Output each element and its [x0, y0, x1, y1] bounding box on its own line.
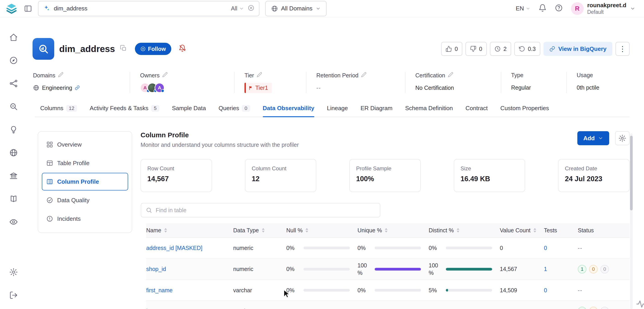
- language-selector[interactable]: EN: [516, 5, 530, 12]
- sidebar-toggle-icon[interactable]: [24, 5, 32, 13]
- table-icon: [46, 160, 53, 166]
- tab-data-observability[interactable]: Data Observability: [263, 105, 314, 117]
- col-header-value-count[interactable]: Value Count: [500, 227, 544, 234]
- explore-compass-icon[interactable]: [9, 56, 18, 65]
- edit-pencil-icon[interactable]: [257, 72, 262, 79]
- domains-globe-icon[interactable]: [9, 148, 18, 157]
- lineage-graph-icon[interactable]: [9, 79, 18, 88]
- downvote-button[interactable]: 0: [466, 42, 487, 56]
- edit-pencil-icon[interactable]: [361, 72, 366, 79]
- menu-item-data-quality[interactable]: Data Quality: [42, 191, 128, 209]
- user-menu[interactable]: R rounakpreet.d Default: [571, 2, 636, 15]
- col-header-name[interactable]: Name: [146, 227, 233, 234]
- upvote-button[interactable]: 0: [441, 42, 462, 56]
- app-logo[interactable]: [5, 2, 18, 15]
- column-name-link[interactable]: address_id [MASKED]: [146, 245, 202, 251]
- tests-count-link[interactable]: 1: [544, 266, 547, 272]
- tab-lineage[interactable]: Lineage: [327, 105, 348, 117]
- link-icon: [75, 85, 80, 90]
- add-button[interactable]: Add: [577, 131, 609, 145]
- notifications-bell-icon[interactable]: [538, 4, 546, 13]
- domain-selector[interactable]: All Domains: [265, 1, 326, 16]
- tests-count-link[interactable]: 0: [544, 287, 547, 293]
- copy-icon[interactable]: [120, 45, 127, 53]
- col-header-distinct[interactable]: Distinct %: [429, 227, 500, 234]
- tab-queries[interactable]: Queries0: [218, 105, 250, 117]
- column-name-link[interactable]: first_name: [146, 287, 173, 293]
- menu-item-column-profile[interactable]: Column Profile: [42, 173, 128, 190]
- find-in-table-input[interactable]: [156, 207, 375, 213]
- status-empty: --: [578, 287, 630, 294]
- edit-pencil-icon[interactable]: [58, 72, 64, 79]
- tab-count-badge: 5: [151, 105, 159, 112]
- card-created-date: Created Date 24 Jul 2023: [558, 159, 630, 192]
- insights-bulb-icon[interactable]: [9, 125, 18, 134]
- tab-er-diagram[interactable]: ER Diagram: [360, 105, 392, 117]
- tab-schema-definition[interactable]: Schema Definition: [405, 105, 453, 117]
- tab-custom-properties[interactable]: Custom Properties: [500, 105, 549, 117]
- menu-item-overview[interactable]: Overview: [42, 136, 128, 153]
- sort-icon[interactable]: [456, 228, 460, 232]
- status-aborted-badge[interactable]: 0: [589, 265, 598, 273]
- sort-icon[interactable]: [533, 228, 536, 232]
- edit-pencil-icon[interactable]: [448, 72, 453, 79]
- find-in-table-search[interactable]: [141, 203, 380, 217]
- profiler-settings-gear-icon[interactable]: [615, 131, 630, 145]
- col-header-data-type[interactable]: Data Type: [233, 227, 286, 234]
- tests-count-link[interactable]: 1: [544, 308, 547, 309]
- domain-value[interactable]: Engineering: [42, 85, 72, 91]
- follow-button[interactable]: Follow: [135, 43, 171, 55]
- panel-title: Column Profile: [140, 131, 299, 139]
- column-name-link[interactable]: last_name: [146, 308, 172, 309]
- alert-bell-icon[interactable]: [178, 44, 186, 53]
- status-success-badge[interactable]: 1: [578, 307, 586, 309]
- home-icon[interactable]: [9, 33, 18, 42]
- tab-activity-feeds[interactable]: Activity Feeds & Tasks5: [90, 105, 159, 117]
- menu-item-incidents[interactable]: Incidents: [42, 210, 128, 228]
- version-history-button[interactable]: 0.3: [514, 42, 540, 56]
- more-options-kebab-icon[interactable]: ⋮: [616, 42, 630, 56]
- column-name-link[interactable]: shop_id: [146, 266, 166, 272]
- metrics-eye-icon[interactable]: [9, 218, 18, 226]
- col-header-unique[interactable]: Unique %: [358, 227, 429, 234]
- help-icon[interactable]: [555, 4, 563, 13]
- owner-avatars[interactable]: A A: [140, 83, 164, 93]
- status-success-badge[interactable]: 1: [578, 265, 586, 273]
- whats-new-widget-icon[interactable]: [636, 298, 644, 309]
- tab-columns[interactable]: Columns12: [40, 105, 77, 117]
- col-header-null[interactable]: Null %: [286, 227, 358, 234]
- clear-search-icon[interactable]: [248, 5, 254, 13]
- table-row[interactable]: shop_id numeric 0% 100% 100% 14,567 1 1 …: [146, 258, 630, 280]
- status-failed-badge[interactable]: 0: [600, 307, 609, 309]
- search-scope-dropdown[interactable]: All: [231, 5, 244, 12]
- views-button[interactable]: 2: [490, 42, 511, 56]
- scrollbar-thumb[interactable]: [630, 136, 633, 210]
- view-in-bigquery-button[interactable]: View in BigQuery: [544, 42, 612, 56]
- glossary-book-icon[interactable]: [9, 195, 18, 203]
- edit-pencil-icon[interactable]: [162, 72, 168, 79]
- meta-usage: Usage 0th pctile: [566, 72, 608, 93]
- global-search[interactable]: All: [38, 1, 260, 16]
- tab-contract[interactable]: Contract: [466, 105, 488, 117]
- govern-bank-icon[interactable]: [9, 171, 18, 180]
- tests-count-link[interactable]: 0: [544, 245, 547, 251]
- col-header-tests: Tests: [544, 227, 578, 234]
- table-row[interactable]: address_id [MASKED] numeric 0% 0% 0% 0 0…: [146, 238, 630, 258]
- table-row[interactable]: last_name varchar 1% 80% 5% 14,509 1 1 0…: [146, 301, 630, 309]
- tier-badge[interactable]: Tier1: [244, 83, 272, 93]
- search-input[interactable]: [54, 5, 227, 12]
- sort-icon[interactable]: [164, 228, 167, 232]
- sort-icon[interactable]: [305, 228, 308, 232]
- observability-search-icon[interactable]: [9, 102, 18, 111]
- logout-icon[interactable]: [9, 291, 18, 299]
- card-profile-sample: Profile Sample 100%: [349, 159, 421, 192]
- vertical-scrollbar[interactable]: [630, 133, 633, 309]
- tab-sample-data[interactable]: Sample Data: [172, 105, 206, 117]
- sort-icon[interactable]: [384, 228, 388, 232]
- menu-item-table-profile[interactable]: Table Profile: [42, 154, 128, 172]
- table-row[interactable]: first_name varchar 0% 0% 5% 14,509 0 --: [146, 280, 630, 301]
- settings-gear-icon[interactable]: [9, 268, 18, 276]
- status-aborted-badge[interactable]: 0: [589, 307, 598, 309]
- sort-icon[interactable]: [262, 228, 265, 232]
- status-failed-badge[interactable]: 0: [600, 265, 609, 273]
